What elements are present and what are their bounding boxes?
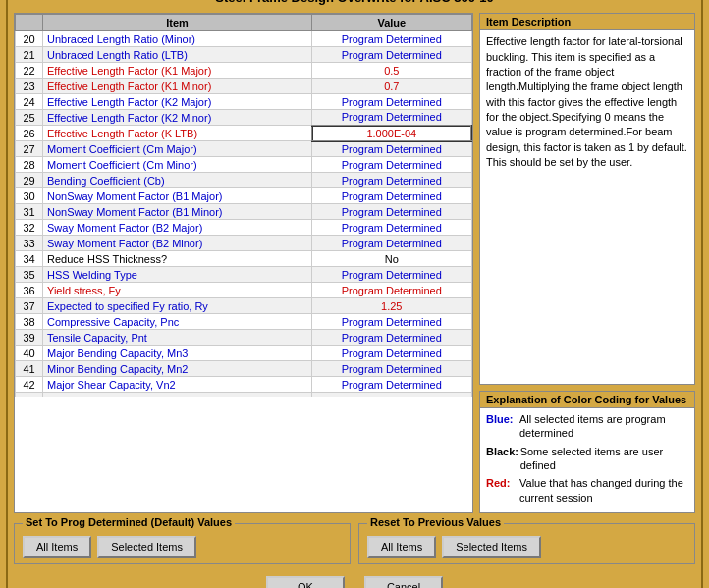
row-value: Program Determined (312, 173, 471, 188)
row-value: Program Determined (312, 330, 471, 346)
color-desc-red: Value that has changed during the curren… (519, 476, 688, 505)
row-item: Bending Coefficient (Cb) (43, 173, 312, 188)
color-coding-title: Explanation of Color Coding for Values (480, 392, 694, 408)
color-row-black: Black: Some selected items are user defi… (486, 445, 688, 473)
color-row-red: Red: Value that has changed during the c… (486, 476, 688, 505)
row-number: 26 (16, 126, 43, 141)
row-number: 38 (16, 314, 43, 330)
row-value: Program Determined (312, 141, 471, 157)
col-item-header: Item (43, 15, 312, 31)
row-item: NonSway Moment Factor (B1 Minor) (43, 204, 312, 220)
color-coding-content: Blue: All selected items are program det… (480, 408, 694, 512)
reset-to-prev-buttons: All Items Selected Items (367, 536, 686, 558)
reset-to-prev-group: Reset To Previous Values All Items Selec… (358, 523, 695, 564)
row-number: 34 (16, 251, 43, 267)
row-number: 35 (16, 267, 43, 283)
row-item: Effective Length Factor (K2 Minor) (43, 110, 312, 126)
reset-selected-items-button[interactable]: Selected Items (442, 536, 541, 558)
row-number: 24 (16, 94, 43, 110)
row-value: 1.25 (312, 298, 471, 314)
table-row: 37Expected to specified Fy ratio, Ry1.25 (16, 298, 472, 314)
row-value: Program Determined (312, 94, 471, 110)
color-label-blue: Blue: (486, 412, 516, 441)
row-item: Yield stress, Fy (43, 283, 312, 298)
row-item: Minor Shear Capacity, Vn3 (43, 393, 312, 398)
row-number: 42 (16, 377, 43, 393)
table-row: 28Moment Coefficient (Cm Minor)Program D… (16, 157, 472, 173)
table-row: 22Effective Length Factor (K1 Major)0.5 (16, 63, 472, 79)
row-value: 1.000E-04 (312, 126, 471, 141)
table-row: 39Tensile Capacity, PntProgram Determine… (16, 330, 472, 346)
set-to-prog-title: Set To Prog Determined (Default) Values (23, 516, 235, 528)
table-row: 38Compressive Capacity, PncProgram Deter… (16, 314, 472, 330)
row-item: Major Bending Capacity, Mn3 (43, 346, 312, 361)
data-table: Item Value 20Unbraced Length Ratio (Mino… (15, 14, 472, 397)
col-num-header (16, 15, 43, 31)
row-item: Moment Coefficient (Cm Major) (43, 141, 312, 157)
row-value: Program Determined (312, 346, 471, 361)
row-value: Program Determined (312, 283, 471, 298)
left-panel: Item Value 20Unbraced Length Ratio (Mino… (14, 13, 473, 513)
table-row: 36Yield stress, FyProgram Determined (16, 283, 472, 298)
title-bar: Steel Frame Design Overwrite for AISC 36… (12, 0, 697, 11)
table-row: 27Moment Coefficient (Cm Major)Program D… (16, 141, 472, 157)
row-value: Program Determined (312, 267, 471, 283)
window-title: Steel Frame Design Overwrite for AISC 36… (215, 0, 493, 5)
table-scroll[interactable]: Item Value 20Unbraced Length Ratio (Mino… (15, 14, 472, 397)
table-row: 23Effective Length Factor (K1 Minor)0.7 (16, 79, 472, 94)
row-value: Program Determined (312, 220, 471, 236)
set-to-prog-group: Set To Prog Determined (Default) Values … (14, 523, 351, 564)
row-number: 39 (16, 330, 43, 346)
main-window: Steel Frame Design Overwrite for AISC 36… (6, 0, 703, 588)
content-area: Item Value 20Unbraced Length Ratio (Mino… (12, 11, 697, 515)
row-number: 20 (16, 31, 43, 47)
row-number: 41 (16, 361, 43, 377)
row-item: NonSway Moment Factor (B1 Major) (43, 188, 312, 204)
row-number: 21 (16, 47, 43, 63)
ok-button[interactable]: OK (266, 576, 345, 588)
row-number: 36 (16, 283, 43, 298)
row-value: Program Determined (312, 361, 471, 377)
row-value: Program Determined (312, 157, 471, 173)
table-row: 29Bending Coefficient (Cb)Program Determ… (16, 173, 472, 188)
row-item: Minor Bending Capacity, Mn2 (43, 361, 312, 377)
table-row: 31NonSway Moment Factor (B1 Minor)Progra… (16, 204, 472, 220)
table-row: 43Minor Shear Capacity, Vn3Program Deter… (16, 393, 472, 398)
row-number: 29 (16, 173, 43, 188)
color-label-black: Black: (486, 445, 517, 473)
table-row: 26Effective Length Factor (K LTB)1.000E-… (16, 126, 472, 141)
row-value: 0.5 (312, 63, 471, 79)
row-number: 22 (16, 63, 43, 79)
row-value: Program Determined (312, 110, 471, 126)
row-value: Program Determined (312, 188, 471, 204)
row-item: Sway Moment Factor (B2 Minor) (43, 236, 312, 251)
set-to-prog-buttons: All Items Selected Items (23, 536, 342, 558)
row-number: 31 (16, 204, 43, 220)
reset-all-items-button[interactable]: All Items (367, 536, 436, 558)
row-number: 37 (16, 298, 43, 314)
color-desc-black: Some selected items are user defined (520, 445, 688, 473)
row-item: Major Shear Capacity, Vn2 (43, 377, 312, 393)
row-value: Program Determined (312, 204, 471, 220)
row-item: Reduce HSS Thickness? (43, 251, 312, 267)
table-body: 20Unbraced Length Ratio (Minor)Program D… (16, 31, 472, 398)
col-value-header: Value (312, 15, 471, 31)
color-row-blue: Blue: All selected items are program det… (486, 412, 688, 441)
description-box: Item Description Effective length factor… (479, 13, 695, 385)
table-row: 24Effective Length Factor (K2 Major)Prog… (16, 94, 472, 110)
row-number: 43 (16, 393, 43, 398)
row-item: Expected to specified Fy ratio, Ry (43, 298, 312, 314)
cancel-button[interactable]: Cancel (364, 576, 443, 588)
set-selected-items-button[interactable]: Selected Items (97, 536, 196, 558)
row-item: Unbraced Length Ratio (LTB) (43, 47, 312, 63)
row-number: 40 (16, 346, 43, 361)
row-item: Effective Length Factor (K1 Minor) (43, 79, 312, 94)
description-title: Item Description (480, 14, 694, 30)
row-item: Effective Length Factor (K1 Major) (43, 63, 312, 79)
description-content: Effective length factor for lateral-tors… (480, 30, 694, 384)
row-value: No (312, 251, 471, 267)
table-container: Item Value 20Unbraced Length Ratio (Mino… (14, 13, 473, 513)
set-all-items-button[interactable]: All Items (23, 536, 91, 558)
table-row: 21Unbraced Length Ratio (LTB)Program Det… (16, 47, 472, 63)
color-desc-blue: All selected items are program determine… (519, 412, 688, 441)
